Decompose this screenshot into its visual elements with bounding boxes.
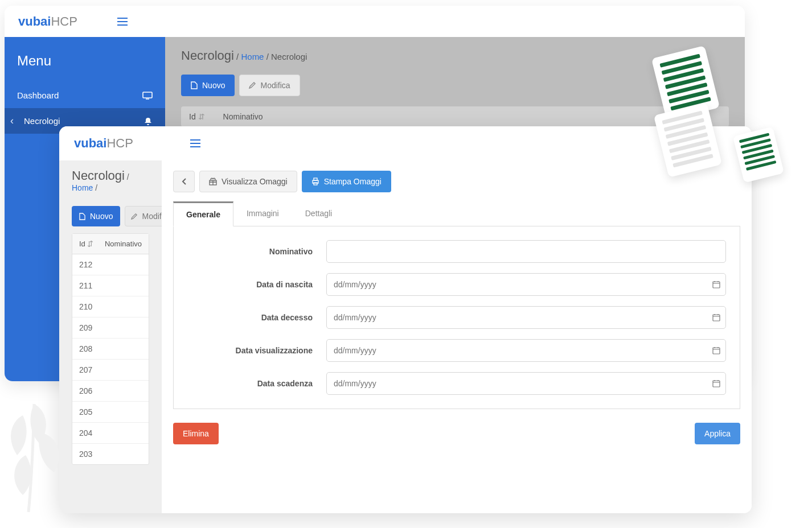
breadcrumb-home[interactable]: Home bbox=[72, 183, 93, 192]
page-title: Necrologi bbox=[72, 168, 125, 183]
sidebar-item-dashboard[interactable]: Dashboard bbox=[5, 82, 165, 108]
brand-prefix: vubai bbox=[74, 136, 106, 150]
table-row[interactable]: 203 bbox=[72, 444, 149, 464]
back-topbar: vubaiHCP bbox=[5, 6, 745, 37]
chevron-left-icon bbox=[182, 178, 186, 185]
data-scadenza-label: Data scadenza bbox=[187, 379, 313, 388]
breadcrumb-home[interactable]: Home bbox=[241, 52, 264, 61]
button-label: Nuovo bbox=[90, 212, 113, 221]
tab-dettagli[interactable]: Dettagli bbox=[292, 201, 345, 226]
table-row[interactable]: 210 bbox=[72, 296, 149, 317]
file-icon bbox=[191, 81, 198, 89]
menu-toggle-icon[interactable] bbox=[117, 18, 128, 26]
data-decesso-input[interactable] bbox=[326, 306, 726, 329]
table-row[interactable]: 211 bbox=[72, 275, 149, 296]
button-label: Visualizza Omaggi bbox=[222, 177, 288, 186]
stampa-omaggi-button[interactable]: Stampa Omaggi bbox=[302, 171, 391, 192]
footer-actions: Elimina Applica bbox=[173, 423, 740, 444]
gift-icon bbox=[209, 178, 217, 185]
bell-icon bbox=[143, 117, 153, 126]
tab-immagini[interactable]: Immagini bbox=[233, 201, 292, 226]
col-nominativo[interactable]: Nominativo bbox=[223, 112, 263, 121]
front-toolbar: Nuovo Modific bbox=[59, 199, 162, 233]
tab-generale[interactable]: Generale bbox=[173, 201, 233, 226]
data-decesso-label: Data decesso bbox=[187, 313, 313, 322]
front-rightcol: Visualizza Omaggi Stampa Omaggi Generale… bbox=[162, 160, 752, 513]
breadcrumb-current: Necrologi bbox=[271, 52, 307, 61]
table-row[interactable]: 209 bbox=[72, 317, 149, 339]
data-scadenza-input[interactable] bbox=[326, 372, 726, 395]
table-row[interactable]: 206 bbox=[72, 381, 149, 402]
breadcrumb: Necrologi / Home / bbox=[59, 160, 162, 199]
data-visual-label: Data visualizzazione bbox=[187, 346, 313, 355]
data-nascita-input[interactable] bbox=[326, 273, 726, 296]
svg-rect-4 bbox=[314, 183, 317, 185]
button-label: Nuovo bbox=[202, 81, 225, 90]
file-icon bbox=[79, 213, 85, 220]
sort-icon: ⇵ bbox=[198, 112, 205, 121]
col-id[interactable]: Id ⇵ bbox=[189, 112, 205, 121]
form-panel: Nominativo Data di nascita Data decesso bbox=[173, 226, 740, 409]
svg-rect-3 bbox=[314, 178, 317, 180]
page-title: Necrologi bbox=[181, 48, 234, 63]
front-listarea: Id ⇵ Nominativo 212 211 210 209 208 207 … bbox=[59, 233, 162, 513]
button-label: Modifica bbox=[260, 81, 290, 90]
front-table: Id ⇵ Nominativo 212 211 210 209 208 207 … bbox=[72, 233, 149, 465]
brand-suffix: HCP bbox=[106, 136, 133, 150]
data-visual-input[interactable] bbox=[326, 339, 726, 362]
print-icon bbox=[311, 178, 319, 185]
data-nascita-label: Data di nascita bbox=[187, 280, 313, 289]
applica-button[interactable]: Applica bbox=[695, 423, 740, 444]
elimina-button[interactable]: Elimina bbox=[173, 423, 219, 444]
nuovo-button[interactable]: Nuovo bbox=[72, 206, 120, 226]
front-table-head: Id ⇵ Nominativo bbox=[72, 234, 149, 254]
brand-logo: vubaiHCP bbox=[74, 136, 133, 151]
table-row[interactable]: 212 bbox=[72, 254, 149, 275]
sidebar-item-label: Dashboard bbox=[17, 90, 59, 100]
table-row[interactable]: 208 bbox=[72, 339, 149, 360]
nominativo-input[interactable] bbox=[326, 240, 726, 263]
button-label: Stampa Omaggi bbox=[324, 177, 382, 186]
sort-icon: ⇵ bbox=[87, 240, 93, 248]
monitor-icon bbox=[142, 92, 153, 100]
table-row[interactable]: 207 bbox=[72, 360, 149, 381]
menu-toggle-icon[interactable] bbox=[190, 139, 200, 147]
sidebar-item-label: Necrologi bbox=[17, 116, 60, 126]
col-id[interactable]: Id ⇵ bbox=[79, 240, 105, 248]
svg-rect-0 bbox=[143, 92, 152, 98]
col-nominativo[interactable]: Nominativo bbox=[105, 240, 142, 248]
brand-suffix: HCP bbox=[51, 14, 77, 28]
back-button[interactable] bbox=[173, 171, 195, 192]
sidebar-title: Menu bbox=[5, 37, 165, 82]
brand-logo: vubaiHCP bbox=[18, 14, 77, 29]
tabs: Generale Immagini Dettagli bbox=[173, 201, 740, 226]
table-row[interactable]: 205 bbox=[72, 402, 149, 423]
pencil-icon bbox=[249, 82, 256, 89]
nuovo-button[interactable]: Nuovo bbox=[181, 75, 235, 96]
pencil-icon bbox=[131, 213, 137, 220]
decor-leaf bbox=[0, 381, 68, 518]
nominativo-label: Nominativo bbox=[187, 247, 313, 256]
modifica-button[interactable]: Modifica bbox=[239, 75, 300, 96]
brand-prefix: vubai bbox=[18, 14, 51, 28]
decor-docs bbox=[641, 51, 789, 188]
table-row[interactable]: 204 bbox=[72, 423, 149, 444]
front-leftcol: Necrologi / Home / Nuovo Modific I bbox=[59, 160, 162, 513]
visualizza-omaggi-button[interactable]: Visualizza Omaggi bbox=[199, 171, 297, 192]
